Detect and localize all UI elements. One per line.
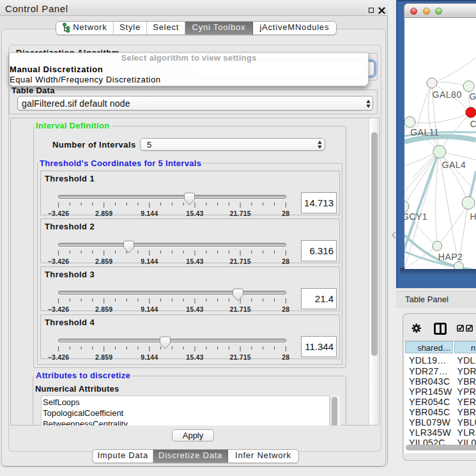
svg-text:GCY1: GCY1 <box>404 211 427 222</box>
svg-text:GA: GA <box>469 91 476 102</box>
svg-text:GAL11: GAL11 <box>410 127 439 137</box>
svg-text:GAL80: GAL80 <box>433 89 462 100</box>
svg-text:GAL4: GAL4 <box>442 160 466 170</box>
svg-text:H: H <box>470 211 476 222</box>
svg-text:C: C <box>470 119 476 129</box>
svg-text:HAP2: HAP2 <box>438 252 463 262</box>
